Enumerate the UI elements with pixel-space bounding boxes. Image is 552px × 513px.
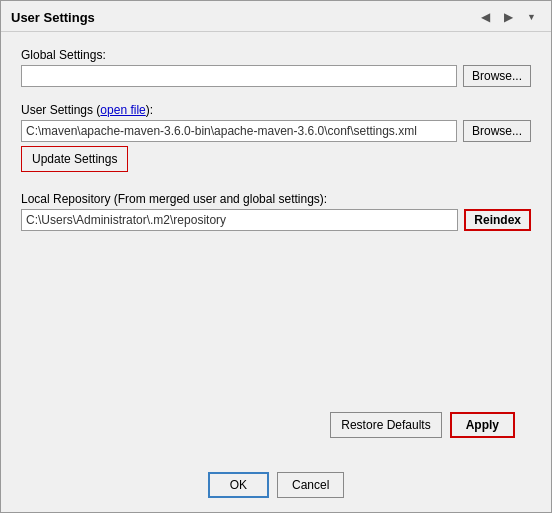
dialog-footer: OK Cancel — [1, 464, 551, 512]
user-settings-section: User Settings (open file): Browse... Upd… — [21, 103, 531, 172]
cancel-button[interactable]: Cancel — [277, 472, 344, 498]
local-repository-section: Local Repository (From merged user and g… — [21, 192, 531, 231]
user-settings-label: User Settings (open file): — [21, 103, 531, 117]
user-settings-row: Browse... — [21, 120, 531, 142]
action-buttons: Restore Defaults Apply — [21, 402, 531, 448]
local-repo-row: Reindex — [21, 209, 531, 231]
forward-button[interactable]: ▶ — [499, 7, 518, 27]
forward-arrow-icon: ▶ — [504, 10, 513, 24]
global-settings-input[interactable] — [21, 65, 457, 87]
back-arrow-icon: ◀ — [481, 10, 490, 24]
back-button[interactable]: ◀ — [476, 7, 495, 27]
local-repo-input[interactable] — [21, 209, 458, 231]
open-file-link[interactable]: open file — [100, 103, 145, 117]
user-settings-input[interactable] — [21, 120, 457, 142]
title-bar-left: User Settings — [11, 10, 95, 25]
update-settings-button[interactable]: Update Settings — [21, 146, 128, 172]
dropdown-button[interactable]: ▼ — [522, 9, 541, 25]
ok-button[interactable]: OK — [208, 472, 269, 498]
apply-button[interactable]: Apply — [450, 412, 515, 438]
global-settings-row: Browse... — [21, 65, 531, 87]
global-settings-section: Global Settings: Browse... — [21, 48, 531, 87]
user-settings-dialog: User Settings ◀ ▶ ▼ Global Settings: Bro… — [0, 0, 552, 513]
local-repo-label: Local Repository (From merged user and g… — [21, 192, 531, 206]
dropdown-arrow-icon: ▼ — [527, 12, 536, 22]
global-settings-label: Global Settings: — [21, 48, 531, 62]
reindex-button[interactable]: Reindex — [464, 209, 531, 231]
restore-defaults-button[interactable]: Restore Defaults — [330, 412, 441, 438]
dialog-title: User Settings — [11, 10, 95, 25]
user-settings-browse-button[interactable]: Browse... — [463, 120, 531, 142]
title-bar: User Settings ◀ ▶ ▼ — [1, 1, 551, 32]
global-settings-browse-button[interactable]: Browse... — [463, 65, 531, 87]
title-bar-right: ◀ ▶ ▼ — [476, 7, 541, 27]
content-area: Global Settings: Browse... User Settings… — [1, 32, 551, 464]
